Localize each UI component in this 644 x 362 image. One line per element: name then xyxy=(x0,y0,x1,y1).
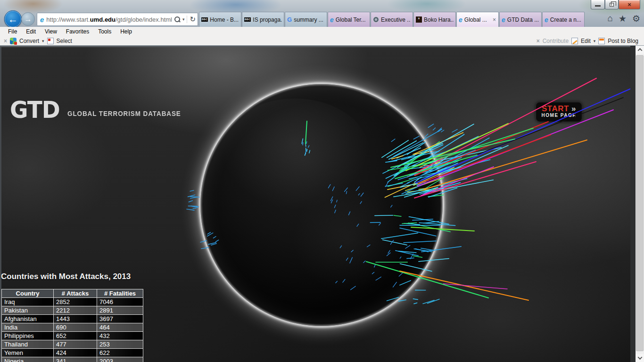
tab-global-ter[interactable]: eGlobal Ter... xyxy=(328,12,370,27)
menu-bar: FileEditViewFavoritesToolsHelp xyxy=(0,27,644,36)
select-icon xyxy=(47,38,54,44)
close-icon: × xyxy=(627,1,631,8)
post-to-blog-button[interactable]: Post to Blog xyxy=(608,38,638,44)
frame-edge xyxy=(0,46,636,47)
vertical-scrollbar[interactable] xyxy=(636,46,644,362)
tab-label: IS propaga... xyxy=(253,16,282,23)
value-cell: 7046 xyxy=(97,298,143,306)
menu-help[interactable]: Help xyxy=(116,27,137,36)
address-bar[interactable]: e http://www.start.umd.edu/gtd/globe/ind… xyxy=(37,13,198,26)
value-cell: 3697 xyxy=(97,315,143,323)
ie-icon: e xyxy=(545,16,548,24)
menu-favorites[interactable]: Favorites xyxy=(62,27,94,36)
edit-dropdown-icon[interactable]: ▾ xyxy=(594,39,596,43)
chevron-up-icon xyxy=(637,48,642,53)
google-icon: G xyxy=(287,16,292,23)
value-cell: 464 xyxy=(97,323,143,332)
menu-tools[interactable]: Tools xyxy=(94,27,116,36)
contribute-close-icon[interactable]: × xyxy=(537,38,540,44)
value-cell: 341 xyxy=(54,357,97,362)
back-button[interactable]: ← xyxy=(4,10,22,28)
attacks-table: Country# Attacks# Fatalities Iraq2852704… xyxy=(1,289,143,362)
bbc-icon: BBC xyxy=(244,17,251,22)
value-cell: 2212 xyxy=(54,306,97,315)
country-cell: Yemen xyxy=(2,349,54,357)
start-home-page-button[interactable]: START » HOME PAGE xyxy=(536,102,582,122)
tab-boko-hara[interactable]: *Boko Hara... xyxy=(413,12,456,27)
search-icon[interactable] xyxy=(174,16,180,23)
tab-gtd-data[interactable]: eGTD Data ... xyxy=(499,12,542,27)
contribute-button: Contribute xyxy=(543,38,569,44)
table-row-pakistan: Pakistan22122891 xyxy=(2,306,143,315)
menu-view[interactable]: View xyxy=(41,27,62,36)
home-page-label: HOME PAGE xyxy=(536,113,582,118)
column-header: # Fatalities xyxy=(97,289,143,298)
tab-label: summary ... xyxy=(294,16,325,23)
value-cell: 652 xyxy=(54,332,97,340)
value-cell: 2003 xyxy=(97,357,143,362)
frame-edge xyxy=(630,46,636,362)
minimize-button[interactable] xyxy=(591,0,605,9)
scrollbar-thumb[interactable] xyxy=(636,55,644,351)
scroll-down-button[interactable] xyxy=(636,354,644,362)
menu-file[interactable]: File xyxy=(4,27,22,36)
divider xyxy=(187,16,187,23)
convert-button[interactable]: Convert xyxy=(19,38,39,44)
browser-action-icons: ⌂ ★ ⚙ xyxy=(607,13,640,24)
tab-label: Global Ter... xyxy=(336,16,368,23)
star-icon: * xyxy=(416,16,422,23)
country-cell: Pakistan xyxy=(2,306,54,315)
table-row-yemen: Yemen424622 xyxy=(2,349,143,357)
edit-button[interactable]: Edit xyxy=(581,38,591,44)
table-header-row: Country# Attacks# Fatalities xyxy=(2,289,143,298)
tab-label: GTD Data ... xyxy=(507,16,539,23)
value-cell: 2852 xyxy=(54,298,97,306)
convert-dropdown-icon[interactable]: ▾ xyxy=(42,39,44,43)
restore-button[interactable] xyxy=(605,0,619,9)
table-row-thailand: Thailand477253 xyxy=(2,340,143,349)
timeline-year-2013[interactable]: 2013 xyxy=(279,360,311,362)
tab-executive[interactable]: Executive ... xyxy=(371,12,413,27)
tab-is-propaga[interactable]: BBCIS propaga... xyxy=(242,12,284,27)
tab-label: Create a n... xyxy=(550,16,582,23)
menu-edit[interactable]: Edit xyxy=(22,27,41,36)
favorites-star-icon[interactable]: ★ xyxy=(619,13,627,24)
home-icon[interactable]: ⌂ xyxy=(607,13,612,24)
scroll-up-button[interactable] xyxy=(636,46,644,54)
tab-home-b[interactable]: BBCHome - B... xyxy=(199,12,241,27)
gtd-logo: GTD xyxy=(10,96,60,123)
tab-label: Global ... xyxy=(464,16,492,23)
value-cell: 622 xyxy=(97,349,143,357)
tab-global[interactable]: eGlobal ...× xyxy=(456,12,499,27)
tab-create-a-n[interactable]: eCreate a n... xyxy=(542,12,585,27)
refresh-icon[interactable]: ↻ xyxy=(190,15,196,24)
table-row-philippines: Philippines652432 xyxy=(2,332,143,340)
tab-label: Boko Hara... xyxy=(424,16,454,23)
restore-icon xyxy=(610,3,614,7)
chevron-down-icon[interactable]: ▾ xyxy=(182,17,185,22)
url-domain: umd.edu xyxy=(90,16,116,23)
tab-close-icon[interactable]: × xyxy=(492,16,496,23)
select-button[interactable]: Select xyxy=(57,38,72,44)
tab-label: Home - B... xyxy=(210,16,239,23)
webgl-globe[interactable] xyxy=(200,84,443,326)
tab-label: Executive ... xyxy=(381,16,411,23)
column-header: # Attacks xyxy=(54,289,97,298)
value-cell: 432 xyxy=(97,332,143,340)
table-row-india: India690464 xyxy=(2,323,143,332)
value-cell: 424 xyxy=(54,349,97,357)
forward-button[interactable]: → xyxy=(21,12,35,26)
settings-gear-icon[interactable]: ⚙ xyxy=(632,13,640,24)
commandbar-close-icon[interactable]: × xyxy=(4,38,7,44)
table-row-iraq: Iraq28527046 xyxy=(2,298,143,306)
command-bar: × Convert ▾ Select × Contribute Edit ▾ P… xyxy=(0,36,644,46)
globe-landmass xyxy=(292,186,404,292)
table-title: Countries with Most Attacks, 2013 xyxy=(1,272,131,281)
frame-edge xyxy=(0,47,1,362)
chevron-down-icon xyxy=(637,355,642,360)
browser-window: × ← → e http://www.start.umd.edu/gtd/glo… xyxy=(0,0,644,362)
value-cell: 1443 xyxy=(54,315,97,323)
close-button[interactable]: × xyxy=(619,0,640,9)
table-row-nigeria: Nigeria3412003 xyxy=(2,357,143,362)
tab-summary[interactable]: Gsummary ... xyxy=(285,12,327,27)
